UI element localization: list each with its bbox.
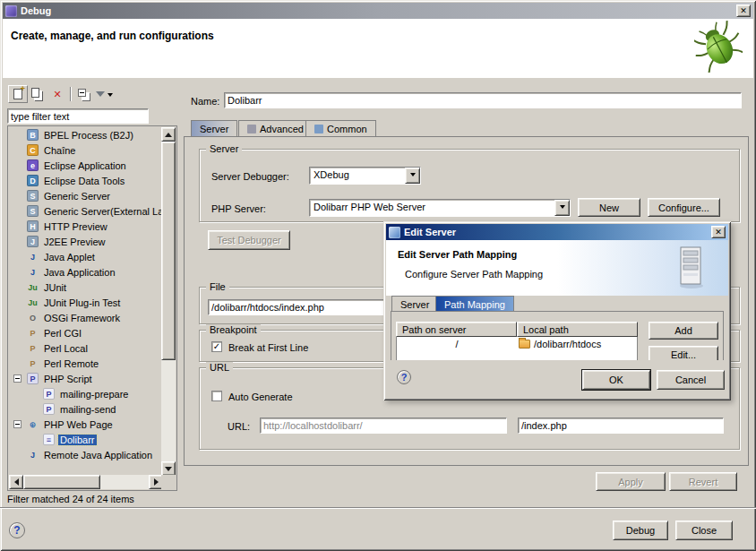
collapse-expander-icon[interactable] bbox=[13, 420, 21, 428]
add-mapping-button[interactable]: Add bbox=[649, 322, 718, 340]
tree-item-junit-plug-in-test[interactable]: JuJUnit Plug-in Test bbox=[9, 295, 163, 310]
folder-icon bbox=[519, 340, 530, 349]
column-header-local-path[interactable]: Local path bbox=[517, 322, 638, 337]
tree-item-label: mailing-prepare bbox=[58, 389, 130, 400]
help-button[interactable]: ? bbox=[9, 522, 25, 538]
tree-item-remote-java-application[interactable]: JRemote Java Application bbox=[9, 447, 163, 462]
chevron-down-icon bbox=[107, 93, 113, 99]
tree-item-junit[interactable]: JuJUnit bbox=[9, 280, 163, 295]
server-debugger-combo[interactable]: XDebug bbox=[309, 167, 421, 185]
tree-item-label: Java Application bbox=[42, 267, 117, 278]
php-server-dropdown-button[interactable] bbox=[554, 200, 570, 216]
break-at-first-line-checkbox[interactable]: ✓ bbox=[211, 341, 222, 352]
close-button[interactable]: Close bbox=[675, 521, 733, 540]
tree-item-label: HTTP Preview bbox=[42, 221, 109, 232]
edit-server-titlebar[interactable]: Edit Server ✕ bbox=[386, 224, 728, 240]
auto-generate-label: Auto Generate bbox=[228, 392, 293, 402]
tab-common[interactable]: Common bbox=[305, 120, 376, 137]
new-server-button[interactable]: New bbox=[578, 198, 640, 217]
tree-item-eclipse-data-tools[interactable]: DEclipse Data Tools bbox=[9, 173, 163, 188]
tree-item-j2ee-preview[interactable]: JJ2EE Preview bbox=[9, 234, 163, 249]
tree-item-mailing-send[interactable]: Pmailing-send bbox=[9, 401, 163, 417]
cancel-button-label: Cancel bbox=[675, 375, 706, 385]
php-web-page-icon: ⊕ bbox=[27, 418, 39, 430]
collapse-all-button[interactable] bbox=[74, 85, 94, 103]
tree-item-label: J2EE Preview bbox=[42, 237, 107, 247]
config-tree[interactable]: BBPEL Process (B2J)CChaîneeEclipse Appli… bbox=[9, 127, 163, 476]
duplicate-config-button[interactable] bbox=[28, 85, 47, 103]
edit-server-tab-server[interactable]: Server bbox=[391, 296, 438, 312]
tree-item-perl-local[interactable]: PPerl Local bbox=[9, 340, 163, 356]
tree-item-label: Eclipse Application bbox=[42, 160, 128, 171]
php-server-combo[interactable]: Dolibarr PHP Web Server bbox=[309, 199, 571, 217]
tree-item-php-web-page[interactable]: ⊕PHP Web Page bbox=[9, 417, 163, 432]
debug-dialog-icon bbox=[5, 5, 17, 17]
scroll-left-button[interactable] bbox=[9, 475, 23, 489]
php-script-icon: P bbox=[27, 373, 39, 384]
tree-item-cha-ne[interactable]: CChaîne bbox=[9, 142, 163, 158]
tree-item-bpel-process-b2j[interactable]: BBPEL Process (B2J) bbox=[9, 127, 163, 142]
url-path-input[interactable] bbox=[518, 418, 724, 434]
tree-item-label: JUnit Plug-in Test bbox=[42, 297, 122, 308]
name-label: Name: bbox=[191, 96, 219, 107]
name-input[interactable] bbox=[224, 92, 742, 108]
close-window-button[interactable]: ✕ bbox=[736, 4, 751, 17]
tree-item-eclipse-application[interactable]: eEclipse Application bbox=[9, 158, 163, 173]
revert-button: Revert bbox=[669, 472, 737, 491]
tree-item-perl-remote[interactable]: PPerl Remote bbox=[9, 356, 163, 371]
tree-item-dolibarr[interactable]: ≡Dolibarr bbox=[9, 432, 163, 447]
tab-advanced[interactable]: Advanced bbox=[238, 120, 313, 137]
delete-config-button[interactable]: ✕ bbox=[47, 85, 67, 103]
tab-server[interactable]: Server bbox=[191, 120, 237, 137]
tab-advanced-label: Advanced bbox=[260, 124, 304, 134]
tree-item-java-application[interactable]: JJava Application bbox=[9, 264, 163, 280]
local-path-value: /dolibarr/htdocs bbox=[534, 339, 601, 349]
horizontal-scroll-thumb[interactable] bbox=[23, 475, 100, 489]
column-header-path-on-server[interactable]: Path on server bbox=[396, 322, 517, 337]
vertical-scroll-thumb[interactable] bbox=[161, 142, 176, 360]
edit-server-tab-path-mapping[interactable]: Path Mapping bbox=[435, 296, 514, 312]
tree-item-label: Perl Local bbox=[42, 343, 90, 354]
tree-horizontal-scrollbar[interactable] bbox=[9, 475, 163, 489]
table-row[interactable]: / /dolibarr/htdocs bbox=[397, 337, 637, 351]
configure-server-button[interactable]: Configure... bbox=[648, 198, 720, 217]
tree-item-mailing-prepare[interactable]: Pmailing-prepare bbox=[9, 386, 163, 401]
collapse-all-icon bbox=[78, 89, 86, 97]
edit-server-footer: ? OK Cancel bbox=[386, 360, 728, 398]
auto-generate-checkbox[interactable] bbox=[211, 391, 222, 401]
tree-item-perl-cgi[interactable]: PPerl CGI bbox=[9, 325, 163, 340]
dialog-help-button[interactable]: ? bbox=[397, 370, 411, 384]
tree-vertical-scrollbar[interactable] bbox=[161, 127, 176, 476]
scroll-up-button[interactable] bbox=[161, 127, 176, 142]
dialog-header: Create, manage, and run configurations bbox=[3, 19, 753, 78]
config-tree-panel: BBPEL Process (B2J)CChaîneeEclipse Appli… bbox=[7, 125, 177, 491]
debug-button[interactable]: Debug bbox=[613, 521, 668, 540]
delete-icon: ✕ bbox=[53, 90, 61, 99]
chain-icon: C bbox=[27, 144, 39, 156]
edit-server-close-button[interactable]: ✕ bbox=[711, 226, 726, 238]
junit-plugin-test-icon: Ju bbox=[27, 297, 39, 308]
new-config-button[interactable] bbox=[8, 85, 28, 103]
junit-icon: Ju bbox=[27, 281, 39, 293]
server-image bbox=[678, 246, 705, 289]
tree-item-java-applet[interactable]: JJava Applet bbox=[9, 249, 163, 264]
window-titlebar[interactable]: Debug ✕ bbox=[3, 3, 753, 19]
tree-item-php-script[interactable]: PPHP Script bbox=[9, 371, 163, 386]
arrow-left-icon bbox=[11, 478, 19, 486]
help-icon: ? bbox=[13, 524, 20, 537]
tree-item-osgi-framework[interactable]: OOSGi Framework bbox=[9, 310, 163, 325]
url-label: URL: bbox=[228, 421, 250, 432]
cancel-button[interactable]: Cancel bbox=[657, 370, 725, 390]
tree-item-generic-server[interactable]: SGeneric Server bbox=[9, 188, 163, 203]
ok-button[interactable]: OK bbox=[582, 370, 650, 390]
toolbar-separator bbox=[70, 87, 72, 101]
filter-menu-button[interactable] bbox=[94, 85, 114, 103]
tree-item-http-preview[interactable]: HHTTP Preview bbox=[9, 219, 163, 234]
server-debugger-dropdown-button[interactable] bbox=[405, 168, 420, 184]
collapse-expander-icon[interactable] bbox=[13, 375, 21, 383]
revert-button-label: Revert bbox=[689, 477, 717, 487]
tree-item-generic-server-external-la[interactable]: SGeneric Server(External La bbox=[9, 203, 163, 219]
scroll-down-button[interactable] bbox=[161, 461, 176, 476]
type-filter-input[interactable] bbox=[7, 108, 149, 124]
j2ee-preview-icon: J bbox=[27, 236, 39, 247]
